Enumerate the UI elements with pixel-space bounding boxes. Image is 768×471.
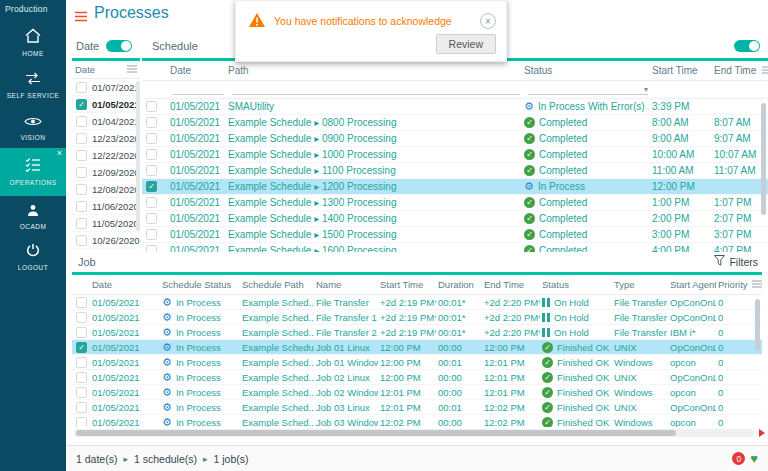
schedule-row[interactable]: 01/05/2021Example Schedule ▸ 1400 Proces… xyxy=(142,211,768,227)
notification-badge[interactable]: 0 xyxy=(732,452,745,465)
date-row[interactable]: 12/23/2020 xyxy=(72,130,140,147)
date-row[interactable]: 11/05/2020 xyxy=(72,215,140,232)
row-checkbox[interactable] xyxy=(146,245,157,252)
row-checkbox[interactable] xyxy=(76,327,87,338)
sidebar-item-operations[interactable]: × OPERATIONS xyxy=(0,148,66,196)
schedule-column-status: Status xyxy=(522,65,650,76)
row-checkbox[interactable]: ✓ xyxy=(146,181,157,192)
in-process-gear-icon: ⚙ xyxy=(162,297,172,308)
column-menu-icon[interactable] xyxy=(752,279,762,290)
menu-hamburger-icon[interactable] xyxy=(74,8,88,26)
row-checkbox[interactable] xyxy=(76,387,87,398)
job-row[interactable]: ✓01/05/2021⚙In ProcessExample Schedul...… xyxy=(72,340,762,355)
row-checkbox[interactable] xyxy=(76,402,87,413)
row-checkbox[interactable] xyxy=(76,297,87,308)
row-checkbox[interactable]: ✓ xyxy=(76,342,87,353)
row-checkbox[interactable] xyxy=(76,82,87,93)
schedule-end-time: 11:07 AM xyxy=(712,165,762,176)
row-checkbox[interactable] xyxy=(76,184,87,195)
column-menu-icon[interactable] xyxy=(762,65,768,76)
date-row[interactable]: 12/09/2020 xyxy=(72,164,140,181)
schedule-row[interactable]: 01/05/2021SMAUtility⚙In Process With Err… xyxy=(142,99,768,115)
job-start-agent: OpConOnLi... xyxy=(668,297,716,308)
row-checkbox[interactable] xyxy=(76,372,87,383)
job-column-start-agent: Start Agent xyxy=(668,279,716,290)
schedule-toggle[interactable] xyxy=(734,40,760,52)
row-checkbox[interactable] xyxy=(76,218,87,229)
row-checkbox[interactable]: ✓ xyxy=(76,99,87,110)
date-filter-input[interactable] xyxy=(172,84,224,95)
row-checkbox[interactable] xyxy=(146,101,157,112)
schedule-table-header: Date Path Status Start Time End Time xyxy=(142,61,768,81)
row-checkbox[interactable] xyxy=(76,167,87,178)
date-row[interactable]: 11/06/2020 xyxy=(72,198,140,215)
row-checkbox[interactable] xyxy=(76,235,87,246)
row-checkbox[interactable] xyxy=(146,117,157,128)
schedule-start-time: 9:00 AM xyxy=(650,133,712,144)
health-heart-icon[interactable]: ♥ xyxy=(750,452,758,465)
job-schedule-status: ⚙In Process xyxy=(160,357,240,368)
row-checkbox[interactable] xyxy=(76,312,87,323)
job-status: On Hold xyxy=(540,327,612,338)
sidebar-item-logout[interactable]: LOGOUT xyxy=(0,238,66,278)
column-menu-icon[interactable] xyxy=(127,64,137,75)
row-checkbox[interactable] xyxy=(76,116,87,127)
date-scrollbar[interactable] xyxy=(136,81,140,231)
job-row[interactable]: 01/05/2021⚙In ProcessExample Sched...Job… xyxy=(72,400,762,415)
sidebar-item-vision[interactable]: VISION xyxy=(0,110,66,146)
job-row[interactable]: 01/05/2021⚙In ProcessExample Sched...Fil… xyxy=(72,325,762,340)
schedule-scrollbar[interactable] xyxy=(761,103,766,215)
completed-check-icon: ✓ xyxy=(524,229,535,240)
filters-button[interactable]: Filters xyxy=(714,255,758,268)
status-filter-dropdown[interactable]: ▾ xyxy=(528,84,648,95)
row-checkbox[interactable] xyxy=(76,417,87,428)
sidebar-item-user[interactable]: OCADM xyxy=(0,200,66,234)
date-table: Date 01/07/2021✓01/05/202101/04/202112/2… xyxy=(72,58,140,252)
in-process-gear-icon: ⚙ xyxy=(524,101,534,112)
schedule-row[interactable]: ✓01/05/2021Example Schedule ▸ 1200 Proce… xyxy=(142,179,768,195)
sidebar-item-home[interactable]: HOME xyxy=(0,24,66,62)
date-row[interactable]: 12/22/2020 xyxy=(72,147,140,164)
toast-close-icon[interactable]: × xyxy=(480,13,496,29)
row-checkbox[interactable] xyxy=(146,133,157,144)
row-checkbox[interactable] xyxy=(146,197,157,208)
row-checkbox[interactable] xyxy=(146,213,157,224)
sidebar-item-self-service[interactable]: SELF SERVICE xyxy=(0,66,66,106)
row-checkbox[interactable] xyxy=(76,357,87,368)
schedule-column-end-time: End Time xyxy=(712,65,762,76)
row-checkbox[interactable] xyxy=(76,201,87,212)
row-checkbox[interactable] xyxy=(76,133,87,144)
job-schedule-status: ⚙In Process xyxy=(160,327,240,338)
job-row[interactable]: 01/05/2021⚙In ProcessExample Sched...Fil… xyxy=(72,310,762,325)
job-start-time: 12:00 PM xyxy=(378,342,436,353)
row-checkbox[interactable] xyxy=(146,229,157,240)
schedule-row[interactable]: 01/05/2021Example Schedule ▸ 1500 Proces… xyxy=(142,227,768,243)
schedule-row[interactable]: 01/05/2021Example Schedule ▸ 0900 Proces… xyxy=(142,131,768,147)
job-row[interactable]: 01/05/2021⚙In ProcessExample Sched...Job… xyxy=(72,415,762,427)
job-row[interactable]: 01/05/2021⚙In ProcessExample Sched...Fil… xyxy=(72,295,762,310)
row-checkbox[interactable] xyxy=(146,149,157,160)
path-filter-input[interactable] xyxy=(232,84,520,95)
job-row[interactable]: 01/05/2021⚙In ProcessExample Sched...Job… xyxy=(72,370,762,385)
schedule-row[interactable]: 01/05/2021Example Schedule ▸ 1600 Proces… xyxy=(142,243,768,252)
row-checkbox[interactable] xyxy=(146,165,157,176)
date-toggle[interactable] xyxy=(106,40,132,52)
job-row[interactable]: 01/05/2021⚙In ProcessExample Sched...Job… xyxy=(72,355,762,370)
date-row[interactable]: 01/04/2021 xyxy=(72,113,140,130)
schedule-row[interactable]: 01/05/2021Example Schedule ▸ 0800 Proces… xyxy=(142,115,768,131)
schedule-row[interactable]: 01/05/2021Example Schedule ▸ 1300 Proces… xyxy=(142,195,768,211)
close-icon[interactable]: × xyxy=(57,149,62,158)
date-row[interactable]: 12/08/2020 xyxy=(72,181,140,198)
job-horizontal-scrollbar-thumb[interactable] xyxy=(76,430,676,436)
schedule-row[interactable]: 01/05/2021Example Schedule ▸ 1000 Proces… xyxy=(142,147,768,163)
row-checkbox[interactable] xyxy=(76,150,87,161)
job-vertical-scrollbar[interactable] xyxy=(755,299,760,351)
schedule-path: Example Schedule ▸ 1000 Processing xyxy=(226,149,522,160)
review-button[interactable]: Review xyxy=(436,34,496,54)
job-horizontal-scrollbar-track[interactable] xyxy=(74,429,754,437)
schedule-row[interactable]: 01/05/2021Example Schedule ▸ 1100 Proces… xyxy=(142,163,768,179)
date-row[interactable]: 10/26/2020 xyxy=(72,232,140,249)
date-row[interactable]: ✓01/05/2021 xyxy=(72,96,140,113)
date-row[interactable]: 01/07/2021 xyxy=(72,79,140,96)
job-row[interactable]: 01/05/2021⚙In ProcessExample Sched...Job… xyxy=(72,385,762,400)
